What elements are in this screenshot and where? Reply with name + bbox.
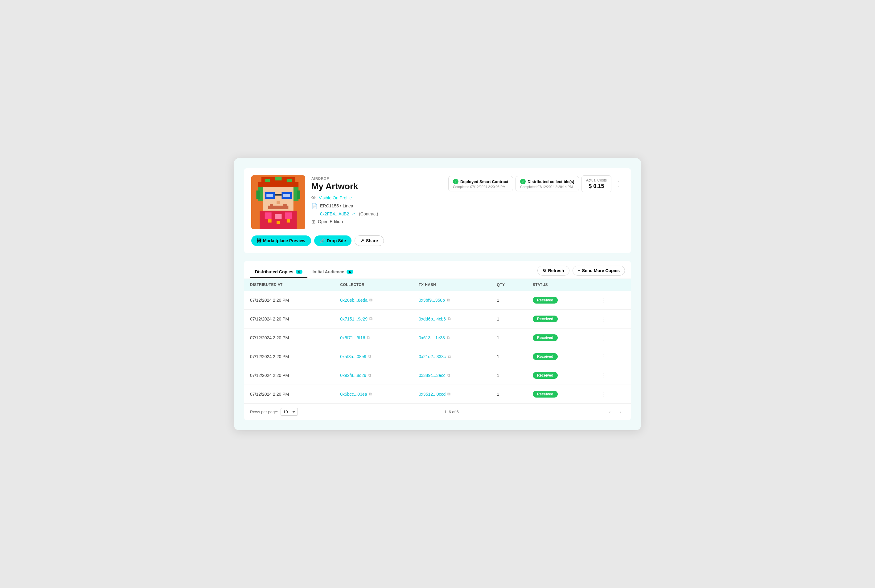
cell-actions: ⋮ — [592, 366, 631, 385]
artwork-section: AIRDROP My Artwork 👁 Visible On Profile … — [244, 168, 631, 254]
cell-distributed-at: 07/12/2024 2:20 PM — [244, 309, 334, 328]
cell-status: Received — [527, 309, 592, 328]
collector-address-link[interactable]: 0x20eb...8eda — [340, 298, 368, 303]
cell-tx-hash: 0x3bf9...350b ⧉ — [413, 291, 491, 309]
cell-distributed-at: 07/12/2024 2:20 PM — [244, 291, 334, 309]
cell-tx-hash: 0x3512...0ccd ⧉ — [413, 385, 491, 404]
tx-hash-link[interactable]: 0xdd6b...4cb6 — [419, 316, 446, 321]
drop-site-label: Drop Site — [327, 238, 346, 243]
cell-qty: 1 — [491, 347, 526, 366]
contract-arrow[interactable]: ↗ — [351, 212, 355, 216]
prev-page-button[interactable]: ‹ — [605, 407, 614, 417]
col-distributed-at: DISTRIBUTED AT — [244, 279, 334, 291]
cell-qty: 1 — [491, 309, 526, 328]
drop-site-button[interactable]: 🔗 Drop Site — [314, 236, 351, 246]
row-menu-button[interactable]: ⋮ — [598, 389, 608, 399]
collector-copy-icon[interactable]: ⧉ — [369, 392, 372, 397]
svg-rect-18 — [270, 204, 273, 207]
collector-address-link[interactable]: 0x5bcc...03ea — [340, 392, 367, 397]
rows-per-page-label: Rows per page: — [250, 410, 278, 414]
cell-status: Received — [527, 328, 592, 347]
main-window: AIRDROP My Artwork 👁 Visible On Profile … — [234, 158, 641, 430]
cell-collector: 0x5f71...9f16 ⧉ — [334, 328, 413, 347]
cell-actions: ⋮ — [592, 291, 631, 309]
tx-hash-link[interactable]: 0x3bf9...350b — [419, 298, 445, 303]
refresh-button[interactable]: ↻ Refresh — [537, 266, 569, 276]
tx-hash-link[interactable]: 0x389c...3ecc — [419, 373, 445, 378]
tab-initial-audience[interactable]: Initial Audience 6 — [308, 266, 358, 278]
collector-copy-icon[interactable]: ⧉ — [369, 316, 372, 321]
tab-distributed-copies[interactable]: Distributed Copies 6 — [250, 266, 308, 278]
cell-distributed-at: 07/12/2024 2:20 PM — [244, 328, 334, 347]
visible-on-profile-link[interactable]: Visible On Profile — [319, 195, 352, 200]
row-menu-button[interactable]: ⋮ — [598, 295, 608, 305]
distributed-check-icon: ✓ — [520, 179, 526, 184]
tx-copy-icon[interactable]: ⧉ — [448, 354, 451, 359]
tx-copy-icon[interactable]: ⧉ — [447, 392, 450, 397]
status-badge: Received — [533, 334, 558, 341]
collector-address-link[interactable]: 0xaf3a...08e9 — [340, 354, 366, 359]
status-badge: Received — [533, 372, 558, 379]
share-icon: ↗ — [360, 238, 364, 243]
share-button[interactable]: ↗ Share — [354, 236, 384, 246]
send-more-copies-button[interactable]: + Send More Copies — [573, 266, 625, 276]
distributed-copies-badge: 6 — [296, 270, 302, 274]
cell-qty: 1 — [491, 366, 526, 385]
cell-collector: 0x5bcc...03ea ⧉ — [334, 385, 413, 404]
tx-hash-link[interactable]: 0x613f...1e38 — [419, 335, 445, 340]
cost-badge: Actual Costs $ 0.15 — [581, 176, 611, 192]
collector-copy-icon[interactable]: ⧉ — [369, 297, 372, 303]
next-page-button[interactable]: › — [616, 407, 625, 417]
collector-address-link[interactable]: 0x5f71...9f16 — [340, 335, 365, 340]
row-menu-button[interactable]: ⋮ — [598, 352, 608, 362]
cell-qty: 1 — [491, 385, 526, 404]
table-footer: Rows per page: 10 25 50 100 1–6 of 6 ‹ › — [244, 404, 631, 420]
plus-icon: + — [578, 268, 580, 273]
table-row: 07/12/2024 2:20 PM 0x5bcc...03ea ⧉ 0x351… — [244, 385, 631, 404]
contract-address-link[interactable]: 0x2FE4...AdB2 — [320, 212, 349, 216]
collector-copy-icon[interactable]: ⧉ — [368, 373, 371, 378]
visible-row: 👁 Visible On Profile — [311, 195, 442, 201]
cell-distributed-at: 07/12/2024 2:20 PM — [244, 385, 334, 404]
cell-actions: ⋮ — [592, 385, 631, 404]
cost-value: $ 0.15 — [586, 183, 607, 189]
tx-copy-icon[interactable]: ⧉ — [447, 297, 450, 303]
col-actions — [592, 279, 631, 291]
contract-standard: ERC1155 • Linea — [320, 203, 353, 208]
table-row: 07/12/2024 2:20 PM 0x5f71...9f16 ⧉ 0x613… — [244, 328, 631, 347]
cost-label: Actual Costs — [586, 178, 607, 183]
collector-address-link[interactable]: 0x7151...9e29 — [340, 316, 368, 321]
cell-status: Received — [527, 385, 592, 404]
tx-copy-icon[interactable]: ⧉ — [447, 373, 450, 378]
deployed-badge-title: Deployed Smart Contract — [460, 179, 509, 184]
collector-copy-icon[interactable]: ⧉ — [367, 335, 370, 340]
marketplace-preview-button[interactable]: 🖼 Marketplace Preview — [251, 236, 311, 246]
contract-address-row: 0x2FE4...AdB2 ↗ (Contract) — [311, 212, 442, 216]
rows-per-page-select[interactable]: 10 25 50 100 — [281, 408, 298, 416]
share-label: Share — [366, 238, 378, 243]
cell-collector: 0x20eb...8eda ⧉ — [334, 291, 413, 309]
tx-copy-icon[interactable]: ⧉ — [447, 335, 450, 340]
svg-rect-8 — [256, 190, 260, 199]
collector-address-link[interactable]: 0x92f8...8d29 — [340, 373, 366, 378]
cell-tx-hash: 0x389c...3ecc ⧉ — [413, 366, 491, 385]
cell-actions: ⋮ — [592, 309, 631, 328]
tx-copy-icon[interactable]: ⧉ — [448, 316, 451, 321]
table-header-row: DISTRIBUTED AT COLLECTOR TX HASH QTY STA… — [244, 279, 631, 291]
tx-hash-link[interactable]: 0x21d2...333c — [419, 354, 446, 359]
collector-copy-icon[interactable]: ⧉ — [368, 354, 371, 359]
svg-rect-23 — [285, 212, 292, 219]
row-menu-button[interactable]: ⋮ — [598, 333, 608, 343]
document-icon: 📄 — [311, 203, 318, 209]
table-row: 07/12/2024 2:20 PM 0x7151...9e29 ⧉ 0xdd6… — [244, 309, 631, 328]
contract-suffix: (Contract) — [359, 212, 378, 216]
svg-rect-4 — [275, 177, 282, 180]
deployed-badge-subtitle: Completed 07/12/2024 2:20:06 PM — [453, 185, 506, 189]
link-icon: 🔗 — [320, 238, 325, 243]
header-more-button[interactable]: ⋮ — [614, 179, 624, 189]
row-menu-button[interactable]: ⋮ — [598, 370, 608, 380]
tx-hash-link[interactable]: 0x3512...0ccd — [419, 392, 446, 397]
cell-status: Received — [527, 366, 592, 385]
row-menu-button[interactable]: ⋮ — [598, 314, 608, 324]
refresh-icon: ↻ — [543, 268, 546, 273]
